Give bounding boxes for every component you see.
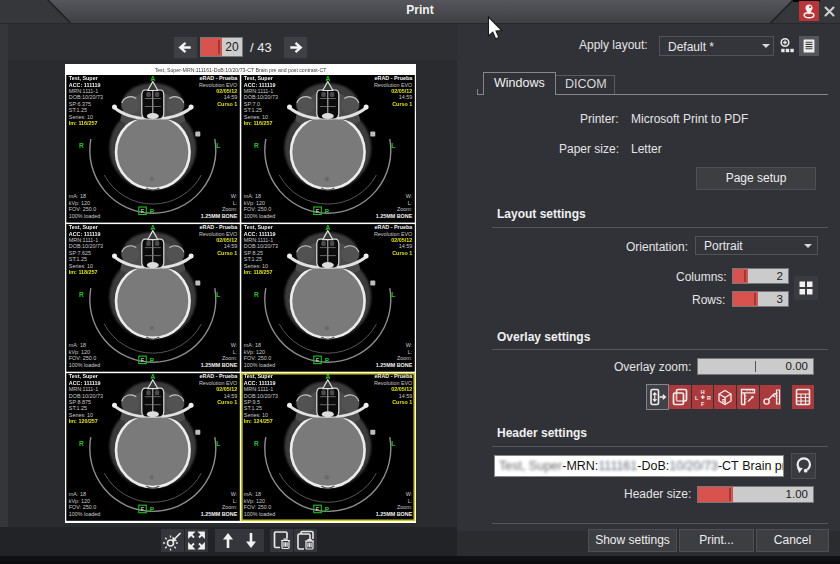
svg-text:mA: 18: mA: 18 bbox=[243, 491, 260, 497]
svg-text:W:: W: bbox=[405, 491, 412, 497]
svg-text:ACC: 111119: ACC: 111119 bbox=[68, 82, 100, 88]
svg-text:02/05/12: 02/05/12 bbox=[391, 237, 412, 243]
svg-text:Revolution EVO: Revolution EVO bbox=[373, 380, 411, 386]
svg-text:Zoom:: Zoom: bbox=[397, 206, 412, 212]
svg-text:P: P bbox=[149, 357, 154, 364]
svg-text:mA: 18: mA: 18 bbox=[68, 491, 85, 497]
svg-text:L: L bbox=[391, 142, 395, 149]
svg-text:mA: 18: mA: 18 bbox=[68, 193, 85, 199]
svg-text:02/05/12: 02/05/12 bbox=[216, 237, 237, 243]
svg-text:W:: W: bbox=[230, 342, 237, 348]
svg-text:FOV: 250.0: FOV: 250.0 bbox=[68, 206, 95, 212]
svg-text:ST:1.25: ST:1.25 bbox=[243, 107, 261, 113]
svg-text:Revolution EVO: Revolution EVO bbox=[373, 82, 411, 88]
svg-text:Test, Super: Test, Super bbox=[68, 373, 98, 379]
svg-text:14:59: 14:59 bbox=[398, 393, 412, 399]
svg-text:100% loaded: 100% loaded bbox=[68, 213, 99, 219]
svg-text:Series: 10: Series: 10 bbox=[243, 263, 267, 269]
svg-text:14:59: 14:59 bbox=[398, 244, 412, 250]
svg-text:Series: 10: Series: 10 bbox=[68, 412, 92, 418]
svg-text:ACC: 111119: ACC: 111119 bbox=[243, 231, 275, 237]
svg-text:SP:8.25: SP:8.25 bbox=[243, 250, 262, 256]
svg-text:A: A bbox=[150, 75, 155, 82]
svg-text:mA: 18: mA: 18 bbox=[243, 342, 260, 348]
svg-text:P: P bbox=[324, 208, 329, 215]
svg-text:R: R bbox=[253, 142, 258, 149]
svg-text:W:: W: bbox=[405, 342, 412, 348]
svg-text:L: L bbox=[216, 291, 220, 298]
svg-text:ST:1.25: ST:1.25 bbox=[243, 256, 261, 262]
svg-text:SP:7.0: SP:7.0 bbox=[243, 101, 259, 107]
svg-text:02/05/12: 02/05/12 bbox=[216, 386, 237, 392]
svg-text:MRN:1111-1: MRN:1111-1 bbox=[243, 88, 272, 94]
svg-text:14:59: 14:59 bbox=[223, 244, 237, 250]
svg-text:DOB:10/20/73: DOB:10/20/73 bbox=[243, 244, 277, 250]
svg-text:Zoom:: Zoom: bbox=[222, 355, 237, 361]
svg-text:Im: 118/257: Im: 118/257 bbox=[68, 269, 97, 275]
svg-text:1.25MM BONE: 1.25MM BONE bbox=[375, 511, 412, 517]
svg-text:SP:6.375: SP:6.375 bbox=[68, 101, 90, 107]
svg-text:SP:7.625: SP:7.625 bbox=[68, 250, 90, 256]
svg-text:R: R bbox=[722, 398, 726, 404]
svg-text:R: R bbox=[78, 142, 83, 149]
svg-text:L: L bbox=[216, 142, 220, 149]
svg-text:Test, Super: Test, Super bbox=[243, 224, 273, 230]
svg-text:P: P bbox=[149, 208, 154, 215]
svg-text:Im: 120/257: Im: 120/257 bbox=[68, 418, 97, 424]
svg-text:Revolution EVO: Revolution EVO bbox=[198, 82, 236, 88]
svg-text:F: F bbox=[701, 401, 705, 407]
svg-text:eRAD - Prueba: eRAD - Prueba bbox=[374, 224, 413, 230]
svg-text:DOB:10/20/73: DOB:10/20/73 bbox=[243, 393, 277, 399]
svg-text:MRN:1111-1: MRN:1111-1 bbox=[68, 386, 97, 392]
svg-text:DOB:10/20/73: DOB:10/20/73 bbox=[68, 393, 102, 399]
svg-text:ACC: 111119: ACC: 111119 bbox=[243, 380, 275, 386]
svg-text:R: R bbox=[707, 395, 711, 401]
svg-text:100% loaded: 100% loaded bbox=[243, 213, 274, 219]
svg-text:R: R bbox=[253, 291, 258, 298]
svg-text:Revolution EVO: Revolution EVO bbox=[198, 380, 236, 386]
svg-text:14:59: 14:59 bbox=[398, 94, 412, 100]
svg-text:FOV: 250.0: FOV: 250.0 bbox=[68, 504, 95, 510]
svg-text:L:: L: bbox=[232, 498, 237, 504]
svg-text:kVp: 120: kVp: 120 bbox=[68, 200, 89, 206]
svg-text:kVp: 120: kVp: 120 bbox=[243, 498, 264, 504]
svg-text:FOV: 250.0: FOV: 250.0 bbox=[68, 355, 95, 361]
svg-text:R: R bbox=[253, 440, 258, 447]
svg-text:mA: 18: mA: 18 bbox=[68, 342, 85, 348]
svg-text:L:: L: bbox=[232, 200, 237, 206]
svg-text:Series: 10: Series: 10 bbox=[243, 412, 267, 418]
svg-text:SP:8.875: SP:8.875 bbox=[68, 399, 90, 405]
svg-text:mA: 18: mA: 18 bbox=[243, 193, 260, 199]
svg-text:DOB:10/20/73: DOB:10/20/73 bbox=[68, 94, 102, 100]
svg-text:eRAD - Prueba: eRAD - Prueba bbox=[199, 373, 238, 379]
svg-text:Curso 1: Curso 1 bbox=[217, 399, 237, 405]
svg-text:Im: 124/257: Im: 124/257 bbox=[243, 418, 272, 424]
svg-text:L:: L: bbox=[407, 349, 412, 355]
svg-text:Zoom:: Zoom: bbox=[222, 206, 237, 212]
svg-text:L:: L: bbox=[407, 200, 412, 206]
svg-text:02/05/12: 02/05/12 bbox=[216, 88, 237, 94]
svg-text:Curso 1: Curso 1 bbox=[392, 399, 412, 405]
svg-text:FOV: 250.0: FOV: 250.0 bbox=[243, 504, 270, 510]
svg-text:ACC: 111119: ACC: 111119 bbox=[68, 380, 100, 386]
svg-text:W:: W: bbox=[230, 193, 237, 199]
svg-text:A: A bbox=[325, 224, 330, 231]
svg-text:W:: W: bbox=[230, 491, 237, 497]
svg-text:100% loaded: 100% loaded bbox=[243, 511, 274, 517]
svg-text:FOV: 250.0: FOV: 250.0 bbox=[243, 206, 270, 212]
svg-text:kVp: 120: kVp: 120 bbox=[243, 200, 264, 206]
svg-text:eRAD - Prueba: eRAD - Prueba bbox=[374, 75, 413, 81]
svg-text:ST:1.25: ST:1.25 bbox=[68, 107, 86, 113]
svg-text:P: P bbox=[149, 506, 154, 513]
svg-text:ACC: 111119: ACC: 111119 bbox=[243, 82, 275, 88]
svg-text:L: L bbox=[216, 440, 220, 447]
svg-text:Series: 10: Series: 10 bbox=[68, 263, 92, 269]
svg-text:100% loaded: 100% loaded bbox=[243, 362, 274, 368]
svg-text:Zoom:: Zoom: bbox=[397, 355, 412, 361]
svg-text:P: P bbox=[324, 357, 329, 364]
svg-text:L: L bbox=[695, 395, 699, 401]
svg-text:A: A bbox=[150, 224, 155, 231]
svg-text:MRN:1111-1: MRN:1111-1 bbox=[243, 386, 272, 392]
svg-text:14:59: 14:59 bbox=[223, 393, 237, 399]
svg-text:A: A bbox=[325, 75, 330, 82]
